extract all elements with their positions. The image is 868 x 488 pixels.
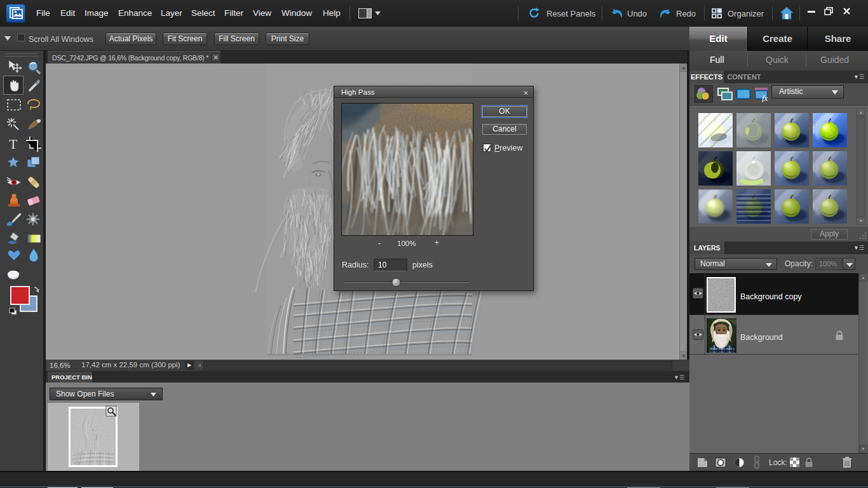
svg-text:fx: fx xyxy=(762,93,768,102)
svg-text:T: T xyxy=(9,136,18,152)
